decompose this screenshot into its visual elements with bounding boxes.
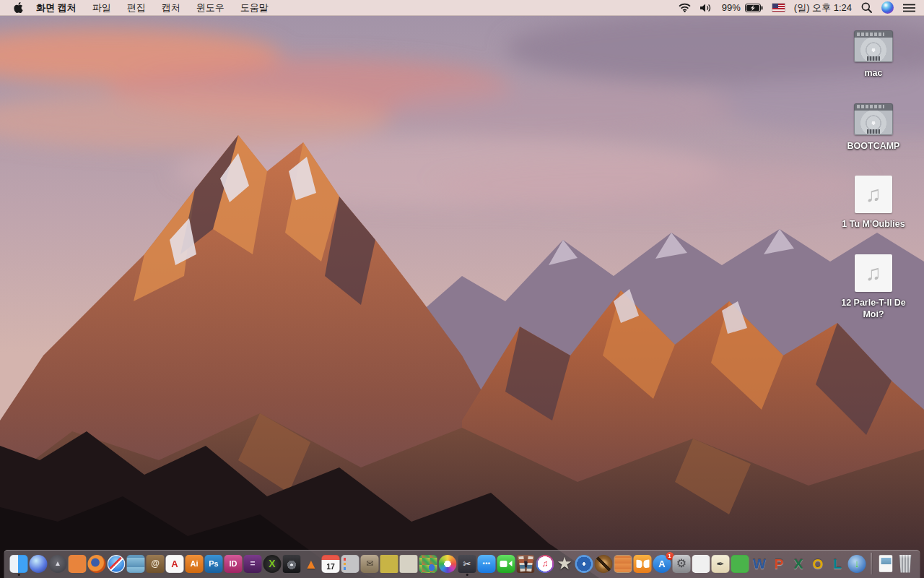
dock-download-manager[interactable]: ↓ [847,554,866,575]
menu-item-2[interactable]: 편집 [127,1,146,14]
stickies-icon [380,555,398,573]
audio-file-icon: ♫ [855,254,892,292]
desktop-icon-mac[interactable]: mac [854,30,893,79]
calendar-icon: 17 [322,555,340,573]
battery-charging-icon[interactable] [745,4,763,12]
dock-finder[interactable] [9,554,28,575]
dock-illustrator[interactable]: Ai [185,554,204,575]
dock-numbers[interactable] [731,554,749,575]
dock-contacts[interactable]: @ [146,554,165,575]
dock-photo-booth[interactable] [516,554,535,575]
dock-disk-utility-app[interactable] [282,554,301,575]
dock-colorsync-document-app[interactable] [419,554,437,575]
dock-stickies[interactable] [380,554,398,575]
dock-grab-screen-capture[interactable]: ✂ [458,554,476,575]
apple-menu[interactable] [0,0,36,15]
menu-item-4[interactable]: 윈도우 [196,1,225,14]
dock-toast[interactable]: = [243,554,262,575]
notification-center-icon[interactable] [903,4,915,12]
dock-firefox[interactable] [87,554,106,575]
wallpaper-sierra-mountain [0,16,924,578]
dock-word[interactable]: W [750,554,769,575]
desktop-icon-parle-t-il-de-moi[interactable]: ♫ 12 Parle-T-Il De Moi? [832,254,915,320]
dock-powerpoint[interactable]: P [770,554,788,575]
dock-trash[interactable] [896,554,915,575]
dock-itunes[interactable]: ♫ [536,554,554,575]
audio-file-icon: ♫ [855,176,892,213]
dock-app-store[interactable]: A1 [653,554,671,575]
dock-lync[interactable]: L [828,554,847,575]
launchpad-icon: ▲ [49,555,67,573]
trash-icon [898,555,913,573]
garageband-icon [595,555,613,573]
document-file-icon [879,555,893,572]
dock-launchpad[interactable]: ▲ [48,554,67,575]
dock-ibooks[interactable] [633,554,652,575]
dock-garageband[interactable] [594,554,613,575]
dock-messages[interactable]: ••• [477,554,496,575]
hard-drive-icon [854,30,893,62]
dock-vlc[interactable]: ▲ [302,554,321,575]
dock-safari[interactable] [107,554,126,575]
powerpoint-icon: P [770,555,788,573]
dock-mission-control[interactable] [68,554,87,575]
photo-booth-icon [517,555,535,573]
dock-notes[interactable] [399,554,418,575]
desktop-icon-tu-moublies[interactable]: ♫ 1 Tu M'Oublies [842,176,905,230]
dock-document-file[interactable] [876,554,895,575]
dock-outlook[interactable]: O [808,554,827,575]
running-indicator [17,574,20,577]
facetime-icon [497,555,515,573]
dock-excel[interactable]: X [789,554,808,575]
desktop-icon-column: mac BOOTCAMP ♫ 1 Tu M'Oublies ♫ 12 Parle… [832,30,915,344]
menu-bar-clock[interactable]: (일) 오후 1:24 [794,1,852,14]
dock-preview[interactable] [126,554,145,575]
system-preferences-icon: ⚙ [673,555,691,573]
desktop-icon-label: mac [864,68,882,79]
vlc-icon: ▲ [302,555,321,573]
dock-archive-box-app[interactable]: ✉ [360,554,379,575]
imovie-icon: ★ [556,555,574,573]
dock-photos[interactable] [438,554,457,575]
battery-percent: 99% [722,2,741,13]
active-app-menu[interactable]: 화면 캡처 [36,1,77,14]
dock-keynote[interactable] [692,554,710,575]
desktop-icon-label: 1 Tu M'Oublies [842,219,905,230]
input-source-us-flag-icon[interactable] [772,4,785,12]
siri-icon[interactable] [881,1,894,14]
reminders-icon [341,555,359,573]
keynote-icon [692,555,710,573]
volume-icon[interactable] [700,4,712,12]
siri-icon [30,555,48,573]
dock-facetime[interactable] [497,554,515,575]
desktop-icon-bootcamp[interactable]: BOOTCAMP [847,103,900,152]
dock-imovie[interactable]: ★ [555,554,574,575]
x-media-app-icon: X [263,555,282,573]
colorsync-document-app-icon [419,555,437,573]
dock-acrobat-reader[interactable]: A [165,554,184,575]
dock-indesign[interactable]: ID [224,554,243,575]
dock-calendar[interactable]: 17 [321,554,340,575]
itunes-icon: ♫ [536,555,554,573]
mission-control-icon [69,555,87,573]
idvd-icon [575,555,593,573]
dock-reminders[interactable] [341,554,359,575]
dock-idvd[interactable] [575,554,593,575]
dock-x-media-app[interactable]: X [263,554,282,575]
dock-siri[interactable] [29,554,48,575]
menu-item-3[interactable]: 캡처 [162,1,180,14]
menu-item-5[interactable]: 도움말 [240,1,269,14]
illustrator-icon: Ai [186,555,204,573]
dock-system-preferences[interactable]: ⚙ [672,554,691,575]
desktop-icon-label: BOOTCAMP [847,141,900,152]
wifi-icon[interactable] [679,3,691,12]
spotlight-search-icon[interactable] [861,2,872,13]
desktop: 화면 캡처 파일편집캡처윈도우도움말 99% [0,0,924,578]
dock-iweb[interactable] [614,554,632,575]
dock-pages[interactable]: ✒ [711,554,730,575]
menu-item-1[interactable]: 파일 [92,1,111,14]
iweb-icon [614,555,632,573]
dock-photoshop[interactable]: Ps [204,554,223,575]
toast-icon: = [244,555,262,573]
preview-icon [127,555,145,573]
